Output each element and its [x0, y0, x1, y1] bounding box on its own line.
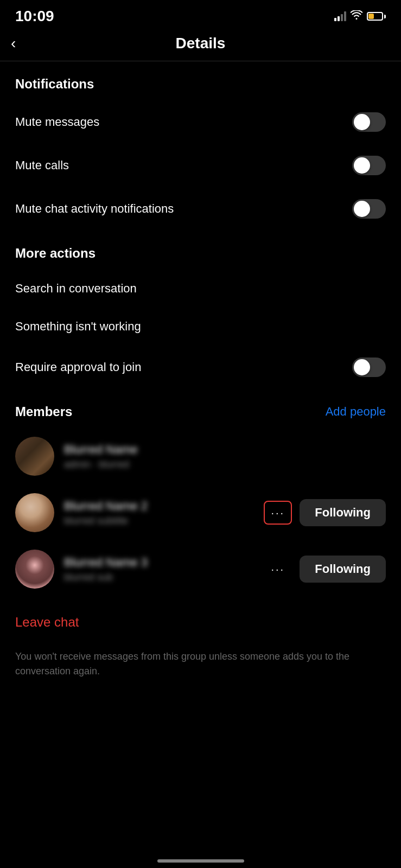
more-options-button[interactable]: ··· [264, 557, 292, 581]
header: ‹ Details [0, 29, 401, 61]
following-label: Following [315, 506, 371, 519]
notifications-section-header: Notifications [15, 61, 386, 100]
following-button[interactable]: Following [300, 556, 386, 583]
mute-messages-label: Mute messages [15, 115, 99, 129]
member-actions: ··· Following [264, 556, 386, 583]
member-sub: blurred subtitle [64, 515, 254, 527]
status-time: 10:09 [15, 8, 54, 25]
mute-calls-toggle[interactable] [352, 156, 386, 175]
member-sub: admin · blurred [64, 459, 386, 470]
members-section-header: Members [15, 404, 72, 419]
back-button[interactable]: ‹ [11, 35, 16, 52]
member-row: Blurred Name admin · blurred [15, 428, 386, 484]
toggle-knob [354, 359, 370, 375]
member-row: Blurred Name 3 blurred sub ··· Following [15, 541, 386, 597]
member-name: Blurred Name 2 [64, 499, 254, 513]
mute-activity-label: Mute chat activity notifications [15, 202, 174, 216]
members-header: Members Add people [15, 389, 386, 428]
member-actions: ··· Following [264, 499, 386, 526]
more-dots-icon: ··· [271, 507, 285, 519]
mute-messages-toggle[interactable] [352, 112, 386, 132]
mute-activity-toggle[interactable] [352, 199, 386, 219]
member-info: Blurred Name 3 blurred sub [64, 556, 254, 583]
toggle-knob [354, 201, 370, 217]
avatar [15, 437, 54, 476]
battery-icon [367, 12, 386, 21]
member-sub: blurred sub [64, 572, 254, 583]
page-title: Details [176, 35, 226, 52]
more-dots-icon: ··· [271, 563, 285, 576]
mute-activity-row: Mute chat activity notifications [15, 187, 386, 231]
search-conversation-row[interactable]: Search in conversation [15, 270, 386, 308]
member-name: Blurred Name 3 [64, 556, 254, 570]
require-approval-toggle[interactable] [352, 358, 386, 377]
home-indicator [157, 859, 244, 863]
mute-calls-label: Mute calls [15, 158, 69, 173]
content: Notifications Mute messages Mute calls M… [0, 61, 401, 711]
mute-calls-row: Mute calls [15, 144, 386, 187]
wifi-icon [351, 10, 362, 22]
member-row: Blurred Name 2 blurred subtitle ··· Foll… [15, 484, 386, 541]
status-icons [334, 10, 386, 22]
following-label: Following [315, 562, 371, 576]
avatar [15, 493, 54, 532]
something-not-working-row[interactable]: Something isn't working [15, 308, 386, 346]
require-approval-row: Require approval to join [15, 346, 386, 389]
more-options-button[interactable]: ··· [264, 501, 292, 525]
avatar [15, 550, 54, 589]
footer-note: You won't receive messages from this gro… [15, 641, 386, 711]
add-people-button[interactable]: Add people [326, 405, 386, 419]
status-bar: 10:09 [0, 0, 401, 29]
toggle-knob [354, 114, 370, 130]
member-info: Blurred Name 2 blurred subtitle [64, 499, 254, 527]
leave-chat-button[interactable]: Leave chat [15, 597, 386, 641]
member-name: Blurred Name [64, 443, 386, 457]
search-conversation-label: Search in conversation [15, 282, 137, 296]
following-button[interactable]: Following [300, 499, 386, 526]
toggle-knob [354, 157, 370, 174]
more-actions-section-header: More actions [15, 231, 386, 270]
signal-icon [334, 11, 346, 21]
something-not-working-label: Something isn't working [15, 320, 141, 334]
mute-messages-row: Mute messages [15, 100, 386, 144]
require-approval-label: Require approval to join [15, 360, 141, 374]
member-info: Blurred Name admin · blurred [64, 443, 386, 470]
